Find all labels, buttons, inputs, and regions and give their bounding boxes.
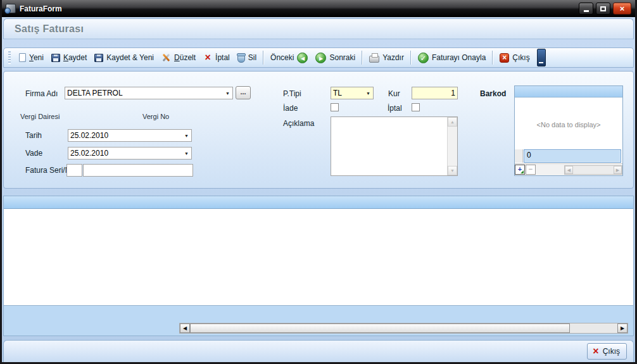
window-title: FaturaForm xyxy=(20,4,62,13)
fatura-no-input[interactable] xyxy=(83,164,193,177)
form-caption-panel: Satış Faturası xyxy=(3,18,634,39)
grid-totals-row xyxy=(4,305,633,321)
cancel-x-icon xyxy=(203,53,212,63)
toolbar-yeni-button[interactable]: Yeni xyxy=(15,49,47,66)
new-document-icon xyxy=(19,53,26,62)
scroll-left-icon[interactable]: ◀ xyxy=(180,323,190,333)
toolbar-kaydet-label: Kaydet xyxy=(63,53,87,62)
toolbar-duzelt-label: Düzelt xyxy=(174,53,196,62)
kur-label: Kur xyxy=(388,89,400,98)
chevron-down-icon[interactable]: ▼ xyxy=(182,134,191,138)
barkod-remove-button: − xyxy=(526,165,536,175)
aciklama-textarea[interactable]: ▲ ▼ xyxy=(331,116,458,176)
toolbar-yeni-label: Yeni xyxy=(29,53,44,62)
barkod-label: Barkod xyxy=(480,89,506,98)
window-controls: × xyxy=(579,3,631,15)
app-icon xyxy=(6,4,16,13)
prev-circle-icon xyxy=(297,53,308,63)
save-new-icon xyxy=(94,54,103,62)
trash-icon xyxy=(237,54,245,63)
toolbar-separator xyxy=(410,51,412,65)
toolbar-kaydet-yeni-button[interactable]: Kaydet & Yeni xyxy=(91,49,158,66)
toolbar-overflow-button[interactable] xyxy=(537,49,546,66)
vade-datepicker[interactable]: 25.02.2010 ▼ xyxy=(68,147,192,160)
iptal-checkbox[interactable] xyxy=(412,103,420,111)
firma-adi-browse-button[interactable]: ... xyxy=(236,86,251,99)
minimize-icon xyxy=(584,10,589,12)
toolbar-duzelt-button[interactable]: Düzelt xyxy=(158,49,199,66)
barkod-navigator: + − ◀ ▶ xyxy=(515,163,622,175)
toolbar-sil-label: Sil xyxy=(248,53,256,62)
fatura-form-window: FaturaForm × Satış Faturası YeniKaydetKa… xyxy=(0,0,637,364)
toolbar-sil-button[interactable]: Sil xyxy=(234,49,260,66)
vergi-no-label: Vergi No xyxy=(142,113,169,120)
scroll-left-icon[interactable]: ◀ xyxy=(565,166,573,174)
chevron-down-icon[interactable]: ▼ xyxy=(223,91,232,96)
minimize-button[interactable] xyxy=(579,3,593,15)
maximize-icon xyxy=(600,6,606,11)
invoice-lines-grid: ◀ ▶ xyxy=(3,196,634,336)
scroll-up-icon[interactable]: ▲ xyxy=(448,117,457,127)
toolbar-sonraki-label: Sonraki xyxy=(329,53,355,62)
toolbar-yazdir-button[interactable]: Yazdır xyxy=(365,49,408,66)
chevron-down-icon[interactable]: ▼ xyxy=(363,91,373,96)
toolbar-kaydet-yeni-label: Kaydet & Yeni xyxy=(106,53,154,62)
toolbar: YeniKaydetKaydet & YeniDüzeltİptalSilÖnc… xyxy=(3,47,634,68)
vade-label: Vade xyxy=(25,149,42,158)
kur-input[interactable]: 1 xyxy=(412,87,458,99)
scroll-down-icon[interactable]: ▼ xyxy=(448,166,457,175)
tarih-datepicker[interactable]: 25.02.2010 ▼ xyxy=(68,129,192,142)
invoice-form-panel: Firma Adı DELTA PETROL ▼ ... Vergi Daire… xyxy=(3,71,634,189)
printer-icon xyxy=(369,56,379,63)
p-tipi-label: P.Tipi xyxy=(283,89,301,98)
scroll-right-icon[interactable]: ▶ xyxy=(617,323,628,333)
barkod-row-indicator xyxy=(515,149,523,163)
toolbar-faturayi-onayla-label: Faturayı Onayla xyxy=(432,53,486,62)
titlebar: FaturaForm × xyxy=(2,0,635,17)
close-button[interactable]: × xyxy=(613,3,631,15)
approve-check-icon xyxy=(418,53,429,63)
p-tipi-combobox[interactable]: TL ▼ xyxy=(331,87,374,99)
exit-button[interactable]: × Çıkış xyxy=(587,343,627,360)
toolbar-onceki-button[interactable]: Önceki xyxy=(267,49,312,66)
close-icon: × xyxy=(620,4,625,13)
bottom-panel: × Çıkış xyxy=(3,340,634,362)
maximize-button[interactable] xyxy=(596,3,610,15)
barkod-row: 0 xyxy=(515,149,622,163)
barkod-grid-header xyxy=(515,86,622,97)
grid-navigator-bar: ◀ ▶ xyxy=(4,321,633,336)
toolbar-iptal-button[interactable]: İptal xyxy=(199,49,234,66)
toolbar-cikis-label: Çıkış xyxy=(512,53,529,62)
exit-x-icon: × xyxy=(593,348,598,355)
toolbar-kaydet-button[interactable]: Kaydet xyxy=(47,49,91,66)
aciklama-scrollbar[interactable]: ▲ ▼ xyxy=(447,117,457,175)
toolbar-separator xyxy=(492,51,493,65)
toolbar-iptal-label: İptal xyxy=(215,53,230,62)
toolbar-separator xyxy=(263,51,264,65)
fatura-seri-input[interactable] xyxy=(66,164,82,177)
barkod-value-input[interactable]: 0 xyxy=(524,149,621,163)
chevron-down-icon[interactable]: ▼ xyxy=(182,151,191,156)
firma-adi-label: Firma Adı xyxy=(25,89,58,98)
scroll-right-icon[interactable]: ▶ xyxy=(614,166,622,174)
toolbar-separator xyxy=(362,51,363,65)
aciklama-label: Açıklama xyxy=(283,119,314,128)
vergi-dairesi-label: Vergi Dairesi xyxy=(20,113,60,120)
firma-adi-combobox[interactable]: DELTA PETROL ▼ xyxy=(65,87,233,99)
barkod-add-button[interactable]: + xyxy=(515,165,525,175)
next-circle-icon xyxy=(315,53,326,63)
barkod-hscrollbar[interactable]: ◀ ▶ xyxy=(564,165,622,175)
iade-label: İade xyxy=(283,104,298,113)
toolbar-sonraki-button[interactable]: Sonraki xyxy=(312,49,359,66)
scrollbar-thumb[interactable] xyxy=(190,323,570,333)
iade-checkbox[interactable] xyxy=(331,103,339,111)
grid-hscrollbar[interactable]: ◀ ▶ xyxy=(179,323,628,334)
toolbar-faturayi-onayla-button[interactable]: Faturayı Onayla xyxy=(414,49,489,66)
toolbar-cikis-button[interactable]: Çıkış xyxy=(496,49,533,66)
toolbar-grip[interactable] xyxy=(8,51,11,64)
page-title: Satış Faturası xyxy=(4,19,633,35)
barkod-empty-text: <No data to display> xyxy=(515,121,622,129)
barkod-grid: <No data to display> 0 + − ◀ ▶ xyxy=(514,85,623,176)
save-icon xyxy=(51,54,60,62)
tarih-label: Tarih xyxy=(25,131,42,140)
